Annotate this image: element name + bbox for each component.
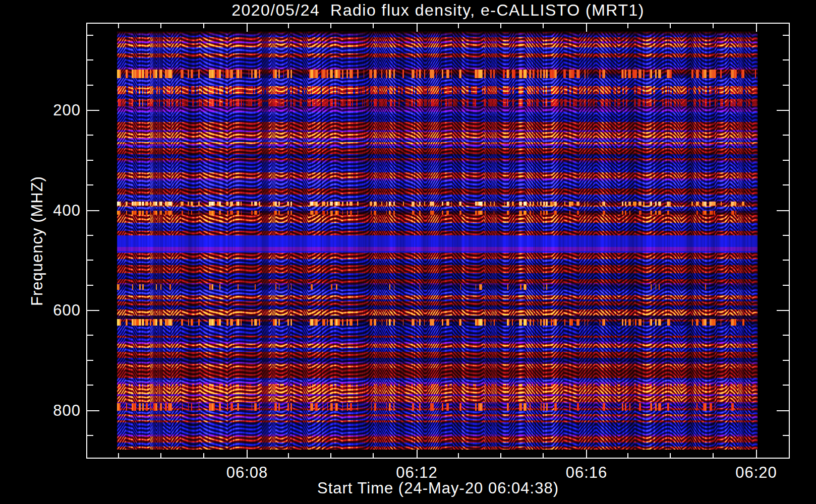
x-axis-minor-tick [118,453,119,458]
y-axis-minor-tick-right [783,160,789,161]
x-axis-minor-tick-top [543,24,544,28]
x-axis-minor-tick-top [670,24,671,28]
y-axis-minor-tick [87,35,93,36]
x-axis-major-tick [586,450,587,458]
y-axis-minor-tick-right [783,85,789,86]
y-axis-minor-tick-right [783,285,789,286]
x-axis-minor-tick [288,453,289,458]
x-axis-minor-tick-top [288,24,289,28]
x-axis-minor-tick-top [713,24,714,28]
x-axis-major-tick [756,450,757,458]
plot-frame [86,23,790,459]
x-axis-major-tick-top [756,24,757,32]
x-axis-minor-tick [543,453,544,458]
y-axis-minor-tick [87,135,93,136]
x-axis-minor-tick-top [118,24,119,28]
y-tick-label: 200 [17,101,81,120]
x-axis-minor-tick [160,453,161,458]
y-tick-label: 400 [17,201,81,220]
y-axis-minor-tick-right [783,335,789,336]
x-tick-label: 06:20 [716,464,797,482]
y-axis-minor-tick-right [783,135,789,136]
y-tick-label: 600 [17,301,81,320]
y-axis-minor-tick [87,435,93,436]
x-tick-label: 06:08 [207,464,287,482]
chart-title: 2020/05/24 Radio flux density, e-CALLIST… [86,1,790,20]
x-axis-title: Start Time (24-May-20 06:04:38) [86,479,790,497]
y-axis-minor-tick [87,184,93,185]
y-axis-minor-tick-right [783,260,789,261]
y-axis-minor-tick-right [783,235,789,236]
y-axis-major-tick [87,210,99,211]
spectrogram-page: 2020/05/24 Radio flux density, e-CALLIST… [0,0,816,504]
x-axis-minor-tick [203,453,204,458]
x-tick-label: 06:16 [546,464,627,482]
y-tick-label: 800 [17,401,81,420]
x-axis-minor-tick-top [373,24,374,28]
x-axis-minor-tick-top [330,24,331,28]
y-axis-minor-tick-right [783,360,789,361]
x-axis-minor-tick-top [458,24,459,28]
x-axis-major-tick-top [417,24,418,32]
y-axis-minor-tick [87,260,93,261]
y-axis-minor-tick-right [783,435,789,436]
y-axis-minor-tick [87,85,93,86]
x-axis-minor-tick-top [500,24,501,28]
y-axis-minor-tick [87,285,93,286]
y-axis-minor-tick [87,235,93,236]
x-axis-major-tick-top [586,24,587,32]
y-axis-title: Frequency (MHZ) [28,176,46,306]
y-axis-minor-tick-right [783,35,789,36]
y-axis-major-tick-right [777,310,789,311]
x-axis-major-tick [417,450,418,458]
y-axis-major-tick-right [777,110,789,111]
y-axis-major-tick [87,410,99,411]
x-axis-minor-tick-top [160,24,161,28]
x-axis-minor-tick-top [203,24,204,28]
x-axis-minor-tick [458,453,459,458]
x-axis-major-tick [247,450,248,458]
y-axis-minor-tick [87,335,93,336]
x-axis-minor-tick [373,453,374,458]
y-axis-major-tick-right [777,210,789,211]
y-axis-minor-tick [87,160,93,161]
x-axis-minor-tick [627,453,628,458]
y-axis-major-tick [87,310,99,311]
x-axis-minor-tick [670,453,671,458]
x-axis-minor-tick-top [627,24,628,28]
x-axis-minor-tick [330,453,331,458]
y-axis-minor-tick [87,360,93,361]
x-axis-major-tick-top [247,24,248,32]
y-axis-minor-tick-right [783,184,789,185]
x-axis-minor-tick [500,453,501,458]
y-axis-major-tick-right [777,410,789,411]
y-axis-minor-tick [87,385,93,386]
y-axis-minor-tick-right [783,385,789,386]
y-axis-major-tick [87,110,99,111]
x-axis-minor-tick [713,453,714,458]
y-axis-minor-tick-right [783,59,789,60]
x-tick-label: 06:12 [377,464,457,482]
y-axis-minor-tick [87,59,93,60]
